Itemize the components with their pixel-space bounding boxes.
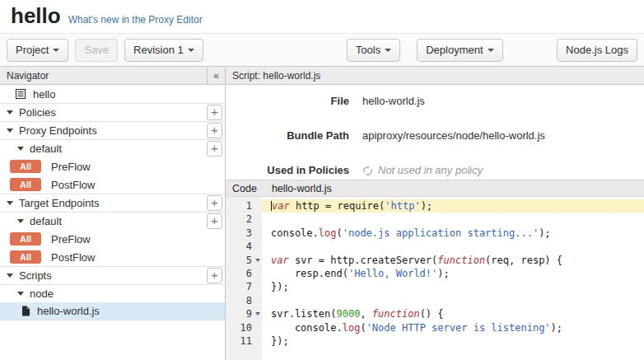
line-number: 5: [226, 254, 262, 267]
nav-item-proxy-default[interactable]: default +: [0, 139, 225, 157]
chevron-down-icon: [488, 49, 494, 52]
code-line[interactable]: 4: [226, 240, 644, 253]
project-menu-button[interactable]: Project: [7, 39, 68, 62]
triangle-down-icon: [7, 201, 13, 205]
nav-section-scripts[interactable]: Scripts +: [0, 266, 225, 284]
code-section-header: Code hello-world.js: [226, 180, 644, 197]
chevron-down-icon: [188, 49, 194, 52]
code-line[interactable]: 1var http = require('http');: [226, 199, 644, 213]
nav-item-target-preflow[interactable]: All PreFlow: [0, 230, 225, 248]
triangle-down-icon: [7, 274, 13, 278]
triangle-down-icon: [7, 129, 13, 133]
nav-item-label: default: [30, 215, 62, 227]
nav-item-label: default: [30, 143, 62, 155]
code-line[interactable]: 2: [226, 213, 644, 226]
code-line[interactable]: 8: [226, 294, 644, 307]
line-number: 11: [226, 334, 262, 348]
add-flow-button[interactable]: +: [207, 141, 222, 157]
nav-item-label: PostFlow: [51, 251, 95, 264]
nav-section-proxy-endpoints[interactable]: Proxy Endpoints +: [0, 121, 225, 139]
revision-menu-label: Revision 1: [133, 44, 184, 56]
code-line-text: svr.listen(9000, function() {: [262, 307, 644, 320]
used-in-policies-label: Used in Policies: [226, 162, 349, 179]
code-line-text: });: [262, 280, 644, 293]
nodejs-logs-button[interactable]: Node.js Logs: [557, 39, 637, 62]
navigator-title: Navigator: [7, 70, 49, 82]
detail-row-bundle-path: Bundle Path apiproxy/resources/node/hell…: [226, 128, 644, 144]
fold-toggle-icon[interactable]: [255, 312, 260, 316]
file-label: File: [226, 93, 349, 110]
code-line[interactable]: 5var svr = http.createServer(function(re…: [226, 254, 644, 267]
nav-item-proxy-preflow[interactable]: All PreFlow: [0, 157, 225, 175]
code-line[interactable]: 11});: [226, 334, 644, 348]
triangle-down-icon: [17, 292, 24, 296]
line-number: 10: [226, 321, 262, 334]
code-editor[interactable]: 1var http = require('http');23console.lo…: [226, 197, 644, 360]
line-number: 7: [226, 280, 262, 293]
deployment-menu-label: Deployment: [426, 44, 483, 56]
tools-menu-label: Tools: [356, 44, 380, 56]
line-number: 6: [226, 267, 262, 280]
detail-row-file: File hello-world.js: [226, 93, 644, 110]
nav-item-label: hello-world.js: [37, 305, 100, 317]
nav-item-node-folder[interactable]: node: [0, 284, 225, 302]
whats-new-link[interactable]: What's new in the Proxy Editor: [68, 14, 203, 26]
script-panel-title: Script: hello-world.js: [232, 70, 320, 82]
nav-item-hello-bundle[interactable]: hello: [0, 85, 225, 103]
line-number: 2: [226, 213, 262, 226]
nav-section-policies[interactable]: Policies +: [0, 103, 225, 121]
project-menu-label: Project: [16, 44, 49, 56]
save-button[interactable]: Save: [75, 39, 118, 62]
all-badge: All: [10, 178, 41, 191]
line-number: 4: [226, 240, 262, 253]
revision-menu-button[interactable]: Revision 1: [124, 39, 203, 62]
code-line-text: resp.end('Hello, World!');: [262, 267, 644, 280]
nav-item-target-default[interactable]: default +: [0, 212, 225, 230]
file-value: hello-world.js: [362, 93, 425, 110]
nav-item-label: hello: [33, 88, 55, 101]
nav-item-proxy-postflow[interactable]: All PostFlow: [0, 175, 225, 194]
code-line[interactable]: 6 resp.end('Hello, World!');: [226, 267, 644, 280]
code-line-text: [262, 240, 644, 253]
code-filename: hello-world.js: [272, 183, 332, 194]
code-line-text: console.log('node.js application startin…: [262, 227, 644, 240]
add-target-endpoint-button[interactable]: +: [207, 195, 222, 211]
line-number: 8: [226, 294, 262, 307]
navigator-header: Navigator «: [0, 67, 225, 85]
script-details: File hello-world.js Bundle Path apiproxy…: [226, 85, 644, 180]
chevron-down-icon: [385, 49, 391, 52]
fold-toggle-icon[interactable]: [255, 259, 260, 262]
add-proxy-endpoint-button[interactable]: +: [207, 123, 222, 138]
code-line[interactable]: 10 console.log('Node HTTP server is list…: [226, 321, 644, 334]
code-line[interactable]: 7});: [226, 280, 644, 293]
add-flow-button[interactable]: +: [207, 213, 222, 229]
all-badge: All: [10, 232, 41, 245]
nav-section-target-endpoints[interactable]: Target Endpoints +: [0, 194, 225, 212]
broken-link-icon: [362, 166, 373, 176]
nav-item-label: PreFlow: [51, 161, 91, 173]
code-line-text: var svr = http.createServer(function(req…: [262, 254, 644, 267]
collapse-panel-button[interactable]: «: [207, 67, 225, 84]
nav-item-label: PostFlow: [51, 179, 95, 191]
code-line[interactable]: 9svr.listen(9000, function() {: [226, 307, 644, 320]
deployment-menu-button[interactable]: Deployment: [417, 39, 502, 62]
add-policy-button[interactable]: +: [207, 105, 222, 120]
code-line-text: [262, 213, 644, 226]
script-detail-panel: Script: hello-world.js File hello-world.…: [226, 67, 644, 360]
file-icon: [21, 306, 30, 316]
nav-item-hello-world-js[interactable]: hello-world.js: [0, 302, 225, 320]
nav-item-target-postflow[interactable]: All PostFlow: [0, 248, 225, 266]
line-number: 3: [226, 227, 262, 240]
code-line[interactable]: 3console.log('node.js application starti…: [226, 227, 644, 240]
add-script-button[interactable]: +: [207, 268, 222, 283]
tools-menu-button[interactable]: Tools: [347, 39, 400, 62]
app-header: hello What's new in the Proxy Editor: [0, 0, 644, 33]
triangle-down-icon: [17, 219, 24, 223]
line-number: 1: [226, 199, 262, 213]
triangle-down-icon: [7, 110, 13, 115]
code-section-title: Code: [232, 183, 257, 194]
all-badge: All: [10, 250, 41, 264]
save-button-label: Save: [84, 44, 109, 56]
page-title: hello: [11, 0, 61, 31]
bundle-path-value: apiproxy/resources/node/hello-world.js: [362, 128, 545, 144]
